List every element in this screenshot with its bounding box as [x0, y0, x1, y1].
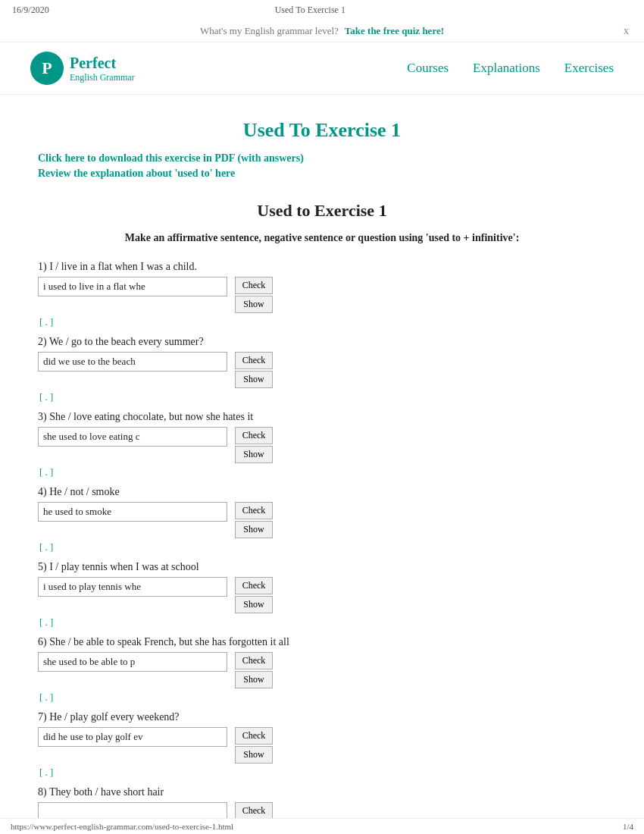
footer-page: 1/4 [623, 822, 633, 831]
question-text-2: 2) We / go to the beach every summer? [38, 336, 606, 348]
date-label: 16/9/2020 [12, 5, 49, 16]
question-block-2: 2) We / go to the beach every summer?Che… [38, 336, 606, 403]
question-row-5: CheckShow [38, 577, 606, 613]
btn-group-2: CheckShow [235, 352, 273, 388]
main-nav: Courses Explanations Exercises [407, 61, 614, 76]
review-link[interactable]: Review the explanation about 'used to' h… [38, 168, 606, 180]
show-button-5[interactable]: Show [235, 596, 273, 613]
question-row-6: CheckShow [38, 652, 606, 688]
question-block-6: 6) She / be able to speak French, but sh… [38, 636, 606, 704]
check-button-6[interactable]: Check [235, 652, 273, 669]
nav-exercises[interactable]: Exercises [564, 61, 614, 76]
question-row-3: CheckShow [38, 427, 606, 463]
main-page-title: Used To Exercise 1 [38, 119, 606, 142]
btn-group-6: CheckShow [235, 652, 273, 688]
question-text-3: 3) She / love eating chocolate, but now … [38, 411, 606, 423]
question-text-6: 6) She / be able to speak French, but sh… [38, 636, 606, 648]
ad-link[interactable]: Take the free quiz here! [345, 25, 444, 37]
check-button-3[interactable]: Check [235, 427, 273, 444]
question-row-1: CheckShow [38, 277, 606, 313]
result-3: [ . ] [39, 466, 606, 478]
check-button-2[interactable]: Check [235, 352, 273, 369]
footer: https://www.perfect-english-grammar.com/… [0, 818, 644, 834]
show-button-4[interactable]: Show [235, 521, 273, 538]
answer-input-1[interactable] [38, 277, 227, 296]
btn-group-1: CheckShow [235, 277, 273, 313]
ad-banner: What's my English grammar level? Take th… [0, 20, 644, 42]
result-7: [ . ] [39, 767, 606, 779]
check-button-8[interactable]: Check [235, 802, 273, 820]
btn-group-5: CheckShow [235, 577, 273, 613]
instructions: Make an affirmative sentence, negative s… [38, 230, 606, 246]
question-row-7: CheckShow [38, 727, 606, 763]
result-2: [ . ] [39, 391, 606, 403]
result-5: [ . ] [39, 616, 606, 629]
show-button-1[interactable]: Show [235, 296, 273, 313]
main-content: Used To Exercise 1 Click here to downloa… [0, 95, 644, 834]
answer-input-4[interactable] [38, 502, 227, 522]
show-button-2[interactable]: Show [235, 371, 273, 388]
question-block-8: 8) They both / have short hairCheck [38, 786, 606, 822]
question-text-5: 5) I / play tennis when I was at school [38, 561, 606, 573]
question-text-4: 4) He / not / smoke [38, 486, 606, 498]
check-button-5[interactable]: Check [235, 577, 273, 594]
result-6: [ . ] [39, 691, 606, 704]
answer-input-5[interactable] [38, 577, 227, 597]
check-button-7[interactable]: Check [235, 727, 273, 745]
ad-text: What's my English grammar level? [200, 25, 339, 37]
answer-input-2[interactable] [38, 352, 227, 372]
question-block-7: 7) He / play golf every weekend?CheckSho… [38, 711, 606, 779]
brand-name: Perfect [70, 54, 135, 72]
check-button-4[interactable]: Check [235, 502, 273, 519]
question-block-3: 3) She / love eating chocolate, but now … [38, 411, 606, 478]
btn-group-7: CheckShow [235, 727, 273, 763]
answer-input-6[interactable] [38, 652, 227, 672]
questions-container: 1) I / live in a flat when I was a child… [38, 261, 606, 822]
page-title-top: Used To Exercise 1 [275, 5, 345, 16]
answer-input-3[interactable] [38, 427, 227, 447]
question-text-1: 1) I / live in a flat when I was a child… [38, 261, 606, 273]
check-button-1[interactable]: Check [235, 277, 273, 294]
btn-group-4: CheckShow [235, 502, 273, 538]
exercise-section: Used to Exercise 1 Make an affirmative s… [38, 201, 606, 822]
nav-explanations[interactable]: Explanations [473, 61, 540, 76]
question-block-5: 5) I / play tennis when I was at schoolC… [38, 561, 606, 629]
close-icon[interactable]: x [624, 25, 629, 37]
question-row-4: CheckShow [38, 502, 606, 538]
question-block-4: 4) He / not / smokeCheckShow[ . ] [38, 486, 606, 553]
logo: P Perfect English Grammar [30, 52, 135, 85]
question-row-2: CheckShow [38, 352, 606, 388]
btn-group-8: Check [235, 802, 273, 820]
logo-icon: P [30, 52, 64, 85]
question-block-1: 1) I / live in a flat when I was a child… [38, 261, 606, 328]
brand-sub: English Grammar [70, 72, 135, 83]
exercise-title: Used to Exercise 1 [38, 201, 606, 221]
answer-input-7[interactable] [38, 727, 227, 747]
show-button-6[interactable]: Show [235, 671, 273, 688]
show-button-3[interactable]: Show [235, 446, 273, 463]
question-text-7: 7) He / play golf every weekend? [38, 711, 606, 723]
download-link[interactable]: Click here to download this exercise in … [38, 152, 606, 165]
question-text-8: 8) They both / have short hair [38, 786, 606, 798]
nav-courses[interactable]: Courses [407, 61, 449, 76]
top-bar: 16/9/2020 Used To Exercise 1 [0, 0, 644, 20]
result-4: [ . ] [39, 541, 606, 553]
show-button-7[interactable]: Show [235, 746, 273, 763]
btn-group-3: CheckShow [235, 427, 273, 463]
result-1: [ . ] [39, 316, 606, 328]
footer-url: https://www.perfect-english-grammar.com/… [11, 822, 233, 831]
logo-text: Perfect English Grammar [70, 54, 135, 83]
header: P Perfect English Grammar Courses Explan… [0, 42, 644, 95]
